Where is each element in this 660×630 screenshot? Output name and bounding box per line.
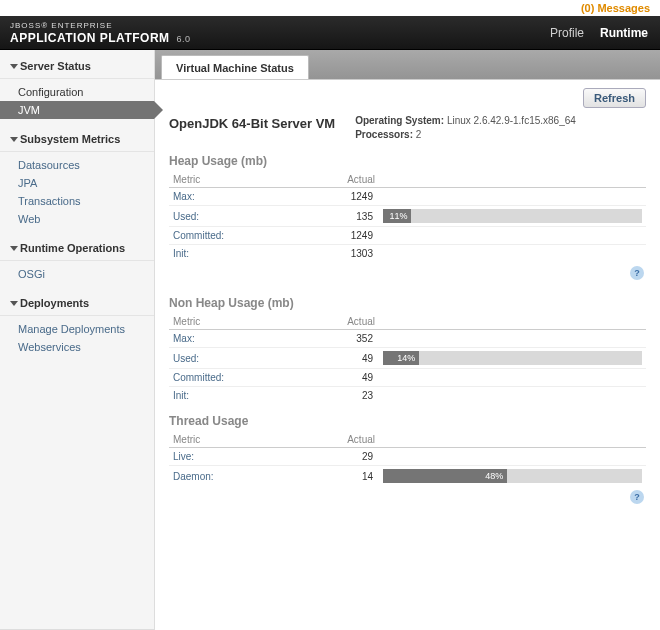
- metric-value: 1249: [329, 227, 379, 245]
- metric-bar-cell: [379, 369, 646, 387]
- metric-value: 14: [329, 466, 379, 487]
- group-title-heap: Heap Usage (mb): [169, 154, 646, 168]
- table-row: Committed:1249: [169, 227, 646, 245]
- sidebar-item[interactable]: Transactions: [0, 192, 154, 210]
- sidebar-item[interactable]: Webservices: [0, 338, 154, 356]
- chevron-down-icon: [10, 135, 18, 143]
- chevron-down-icon: [10, 299, 18, 307]
- group-title-nonheap: Non Heap Usage (mb): [169, 296, 646, 310]
- metric-value: 135: [329, 206, 379, 227]
- table-row: Init:1303: [169, 245, 646, 263]
- col-actual: Actual: [329, 432, 379, 448]
- table-row: Max:352: [169, 330, 646, 348]
- metric-bar-cell: [379, 227, 646, 245]
- proc-label: Processors:: [355, 129, 413, 140]
- sidebar-section-header[interactable]: Subsystem Metrics: [0, 127, 154, 152]
- metric-bar-cell: [379, 330, 646, 348]
- bar-outer: 11%: [383, 209, 642, 223]
- brand-line2-text: APPLICATION PLATFORM: [10, 31, 170, 45]
- metric-bar-cell: 48%: [379, 466, 646, 487]
- tab-vm-status[interactable]: Virtual Machine Status: [161, 55, 309, 79]
- metric-bar-cell: [379, 387, 646, 405]
- sidebar-section-header[interactable]: Runtime Operations: [0, 236, 154, 261]
- metric-bar-cell: 11%: [379, 206, 646, 227]
- sidebar-item[interactable]: JPA: [0, 174, 154, 192]
- help-icon[interactable]: ?: [630, 266, 644, 280]
- sidebar-item[interactable]: Web: [0, 210, 154, 228]
- chevron-down-icon: [10, 62, 18, 70]
- metrics-table-heap: MetricActualMax:1249Used:13511%Committed…: [169, 172, 646, 262]
- nav-runtime[interactable]: Runtime: [600, 26, 648, 40]
- sidebar-item[interactable]: Manage Deployments: [0, 320, 154, 338]
- bar-inner: 11%: [383, 209, 411, 223]
- table-row: Init:23: [169, 387, 646, 405]
- refresh-button[interactable]: Refresh: [583, 88, 646, 108]
- sidebar-section-title: Runtime Operations: [20, 242, 125, 254]
- metric-label: Init:: [169, 245, 329, 263]
- sidebar-section-header[interactable]: Server Status: [0, 54, 154, 79]
- sidebar-item[interactable]: Configuration: [0, 83, 154, 101]
- metric-label: Max:: [169, 188, 329, 206]
- metric-label: Used:: [169, 348, 329, 369]
- sidebar: Server StatusConfigurationJVMSubsystem M…: [0, 50, 155, 630]
- tab-label: Virtual Machine Status: [176, 62, 294, 74]
- top-nav: ProfileRuntime: [550, 26, 648, 40]
- metric-value: 23: [329, 387, 379, 405]
- metrics-table-nonheap: MetricActualMax:352Used:4914%Committed:4…: [169, 314, 646, 404]
- group-title-thread: Thread Usage: [169, 414, 646, 428]
- brand-line2: APPLICATION PLATFORM 6.0: [10, 32, 190, 45]
- messages-text: (0) Messages: [581, 2, 650, 14]
- table-row: Live:29: [169, 448, 646, 466]
- metric-bar-cell: 14%: [379, 348, 646, 369]
- bar-inner: 14%: [383, 351, 419, 365]
- brand-version: 6.0: [176, 34, 190, 44]
- metric-value: 1303: [329, 245, 379, 263]
- table-row: Daemon:1448%: [169, 466, 646, 487]
- metric-label: Used:: [169, 206, 329, 227]
- sidebar-item[interactable]: OSGi: [0, 265, 154, 283]
- proc-value: 2: [416, 129, 422, 140]
- sidebar-section-title: Server Status: [20, 60, 91, 72]
- help-icon[interactable]: ?: [630, 490, 644, 504]
- sidebar-item[interactable]: Datasources: [0, 156, 154, 174]
- vm-meta: Operating System: Linux 2.6.42.9-1.fc15.…: [355, 114, 576, 142]
- metric-bar-cell: [379, 245, 646, 263]
- table-row: Committed:49: [169, 369, 646, 387]
- os-value: Linux 2.6.42.9-1.fc15.x86_64: [447, 115, 576, 126]
- content-area: Refresh OpenJDK 64-Bit Server VM Operati…: [155, 80, 660, 630]
- chevron-down-icon: [10, 244, 18, 252]
- metric-value: 352: [329, 330, 379, 348]
- table-row: Used:13511%: [169, 206, 646, 227]
- col-actual: Actual: [329, 172, 379, 188]
- metric-label: Init:: [169, 387, 329, 405]
- col-metric: Metric: [169, 314, 329, 330]
- metric-label: Committed:: [169, 227, 329, 245]
- metric-value: 49: [329, 348, 379, 369]
- app-header: JBOSS® ENTERPRISE APPLICATION PLATFORM 6…: [0, 16, 660, 50]
- metric-label: Max:: [169, 330, 329, 348]
- metric-value: 49: [329, 369, 379, 387]
- refresh-label: Refresh: [594, 92, 635, 104]
- tab-bar: Virtual Machine Status: [155, 50, 660, 80]
- metric-label: Committed:: [169, 369, 329, 387]
- sidebar-section-title: Deployments: [20, 297, 89, 309]
- metric-bar-cell: [379, 448, 646, 466]
- bar-outer: 48%: [383, 469, 642, 483]
- col-bar: [379, 432, 646, 448]
- table-row: Used:4914%: [169, 348, 646, 369]
- metric-value: 29: [329, 448, 379, 466]
- sidebar-section-header[interactable]: Deployments: [0, 291, 154, 316]
- os-label: Operating System:: [355, 115, 444, 126]
- col-metric: Metric: [169, 172, 329, 188]
- bar-outer: 14%: [383, 351, 642, 365]
- brand-logo: JBOSS® ENTERPRISE APPLICATION PLATFORM 6…: [10, 20, 190, 45]
- bar-inner: 48%: [383, 469, 507, 483]
- col-bar: [379, 314, 646, 330]
- nav-profile[interactable]: Profile: [550, 26, 584, 40]
- col-actual: Actual: [329, 314, 379, 330]
- messages-bar[interactable]: (0) Messages: [0, 0, 660, 16]
- sidebar-section-title: Subsystem Metrics: [20, 133, 120, 145]
- sidebar-item[interactable]: JVM: [0, 101, 154, 119]
- table-row: Max:1249: [169, 188, 646, 206]
- vm-title: OpenJDK 64-Bit Server VM: [169, 116, 335, 142]
